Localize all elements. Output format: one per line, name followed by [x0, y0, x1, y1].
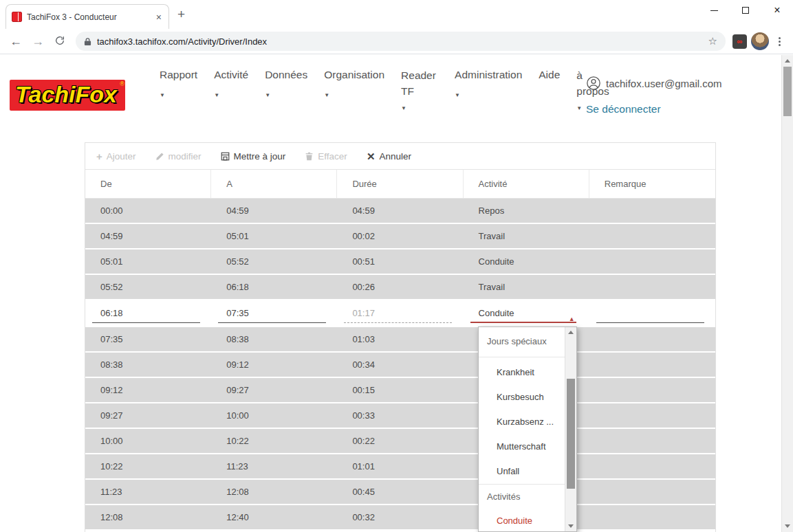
dropdown-item[interactable]: Kursbesuch — [479, 385, 565, 410]
modify-button-label: modifier — [169, 151, 202, 162]
nav-item[interactable]: Organisation▼ — [324, 67, 384, 98]
table-row[interactable]: 05:0105:5200:51Conduite — [85, 250, 715, 275]
dropdown-item[interactable]: Kurzabsenz ... — [479, 410, 565, 434]
browser-menu-icon[interactable] — [773, 37, 786, 46]
chevron-down-icon: ▼ — [455, 92, 460, 98]
cell-de: 10:22 — [85, 454, 211, 480]
bookmark-star-icon[interactable]: ☆ — [708, 35, 717, 47]
table-row[interactable]: 10:2211:2301:01 — [85, 454, 715, 480]
dropdown-item[interactable]: Conduite — [479, 509, 565, 531]
column-header-duree[interactable]: Durée — [337, 170, 463, 198]
table-row[interactable]: 08:3809:1200:34 — [85, 353, 715, 378]
nav-item[interactable]: Activité▼ — [214, 67, 248, 98]
url-text[interactable]: tachifox3.tachifox.com/Activity/Driver/I… — [97, 36, 703, 47]
lock-icon — [84, 37, 91, 46]
nav-item[interactable]: Administration▼ — [455, 67, 522, 98]
tab-bar: TachiFox 3 - Conducteur × + × — [0, 0, 793, 29]
dropdown-item[interactable]: Mutterschaft — [479, 434, 565, 459]
delete-button[interactable]: Effacer — [305, 151, 347, 162]
user-icon — [586, 76, 601, 91]
tab-close-icon[interactable]: × — [155, 12, 163, 23]
duree-input[interactable]: 01:17 — [344, 304, 452, 323]
nav-item[interactable]: Aide — [539, 67, 560, 82]
de-input[interactable]: 06:18 — [92, 304, 200, 323]
forward-button[interactable]: → — [29, 35, 47, 47]
dropdown-item[interactable]: Unfall — [479, 459, 565, 484]
table-row[interactable]: 09:1209:2700:15 — [85, 378, 715, 403]
maximize-button[interactable] — [730, 0, 761, 21]
table-row[interactable]: 04:5905:0100:02Travail — [85, 224, 715, 250]
activite-selected-value: Conduite — [479, 308, 514, 318]
column-header-activite[interactable]: Activité — [464, 170, 589, 198]
cell-duree: 01:03 — [337, 327, 463, 353]
browser-tab[interactable]: TachiFox 3 - Conducteur × — [6, 4, 169, 29]
cell-activite: Travail — [464, 275, 589, 300]
a-input[interactable]: 07:35 — [218, 304, 326, 323]
column-header-a[interactable]: A — [211, 170, 337, 198]
main-nav: Rapport▼Activité▼Données▼Organisation▼Re… — [160, 67, 613, 111]
nav-item[interactable]: Reader TF▼ — [401, 67, 438, 111]
column-header-de[interactable]: De — [85, 170, 211, 198]
account-area: tachifox.user@gmail.com Se déconnecter — [586, 76, 737, 115]
browser-window: TachiFox 3 - Conducteur × + × ← → tachif… — [0, 0, 793, 532]
nav-item-label: Activité — [214, 67, 248, 82]
table-row[interactable]: 10:0010:2200:22 — [85, 429, 715, 454]
new-tab-button[interactable]: + — [177, 7, 185, 22]
cancel-button-label: Annuler — [379, 151, 411, 162]
address-bar[interactable]: tachifox3.tachifox.com/Activity/Driver/I… — [76, 32, 726, 51]
modify-button[interactable]: modifier — [155, 151, 202, 162]
table-row[interactable]: 05:5206:1800:26Travail — [85, 275, 715, 300]
table-row[interactable]: 00:0004:5904:59Repos — [85, 199, 715, 224]
page-scroll-thumb[interactable] — [783, 67, 792, 116]
table-row[interactable]: 12:0812:4000:32 — [85, 505, 715, 531]
scrollbar-down-icon — [785, 524, 790, 528]
page-scrollbar[interactable] — [781, 55, 793, 532]
browser-toolbar: ← → tachifox3.tachifox.com/Activity/Driv… — [0, 29, 793, 54]
cell-remarque — [589, 480, 715, 505]
reload-button[interactable] — [51, 35, 69, 48]
dropdown-scrollbar[interactable] — [565, 327, 576, 531]
rows-after: 07:3508:3801:0308:3809:1200:3409:1209:27… — [85, 327, 715, 531]
nav-item-label: Organisation — [324, 67, 384, 82]
chevron-down-icon: ▼ — [401, 105, 406, 111]
dropdown-item[interactable]: Krankheit — [479, 360, 565, 385]
chevron-down-icon: ▼ — [265, 92, 270, 98]
nav-item[interactable]: Données▼ — [265, 67, 307, 98]
tachifox-logo[interactable]: TachiFox ® — [10, 80, 125, 111]
add-button[interactable]: + Ajouter — [96, 151, 136, 162]
cell-activite: Conduite — [464, 250, 589, 275]
maximize-icon — [742, 7, 749, 14]
table-row[interactable]: 09:2710:0000:33 — [85, 403, 715, 429]
update-button[interactable]: Mettre à jour — [221, 151, 286, 162]
nav-item[interactable]: Rapport▼ — [160, 67, 197, 98]
x-icon: ✕ — [367, 151, 376, 162]
dropdown-scroll-thumb[interactable] — [567, 379, 575, 489]
rows-before: 00:0004:5904:59Repos04:5905:0100:02Trava… — [85, 199, 715, 300]
activite-dropdown-trigger[interactable]: Conduite ▲ — [470, 304, 576, 323]
column-header-remarque[interactable]: Remarque — [589, 170, 715, 198]
logout-link[interactable]: Se déconnecter — [586, 103, 661, 115]
cell-de: 09:27 — [85, 403, 211, 429]
table-row[interactable]: 07:3508:3801:03 — [85, 327, 715, 353]
registered-mark: ® — [120, 80, 124, 87]
cancel-button[interactable]: ✕ Annuler — [367, 151, 411, 162]
cell-remarque — [589, 224, 715, 250]
tachifox-favicon — [12, 12, 22, 22]
minimize-button[interactable] — [698, 0, 730, 21]
pdf-extension-icon[interactable]: ∞ — [732, 34, 747, 49]
table-row[interactable]: 11:2312:0800:45 — [85, 480, 715, 505]
pencil-icon — [155, 152, 164, 161]
window-controls: × — [698, 0, 793, 21]
cell-de: 08:38 — [85, 353, 211, 378]
cell-remarque — [589, 429, 715, 454]
cell-a: 09:27 — [211, 378, 337, 403]
close-button[interactable]: × — [761, 0, 793, 21]
cell-duree: 00:33 — [337, 403, 463, 429]
back-button[interactable]: ← — [7, 35, 25, 47]
cell-remarque — [589, 403, 715, 429]
remarque-input[interactable] — [596, 304, 704, 323]
cell-remarque — [589, 353, 715, 378]
page-content: TachiFox ® Rapport▼Activité▼Données▼Orga… — [0, 55, 781, 532]
browser-profile-avatar[interactable] — [751, 32, 769, 50]
chevron-down-icon: ▼ — [214, 92, 219, 98]
